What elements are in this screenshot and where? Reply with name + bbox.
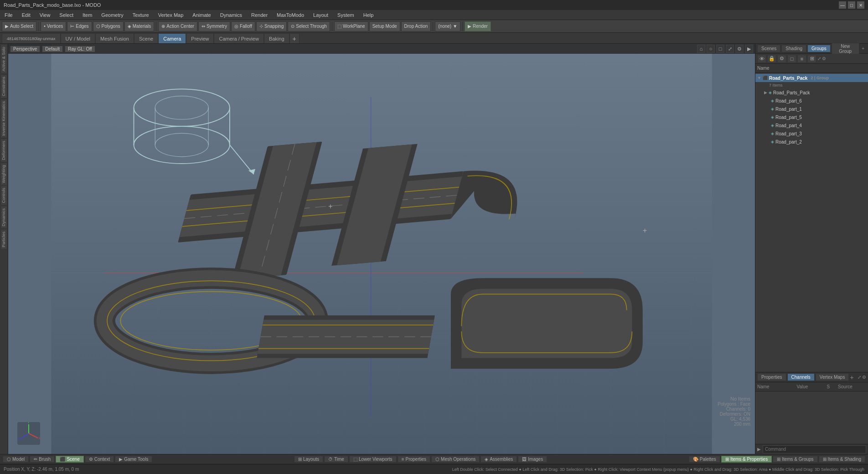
menu-layout[interactable]: Layout	[311, 11, 330, 19]
menu-render[interactable]: Render	[249, 11, 269, 19]
viewport-panel-icon[interactable]: ▶	[745, 45, 753, 53]
menu-maxtomode[interactable]: MaxToModo	[275, 11, 306, 19]
sidebar-tab-particles[interactable]: Particles	[0, 229, 7, 250]
menu-texture[interactable]: Texture	[131, 11, 151, 19]
panel-resize-expand-icon[interactable]: ⤢	[817, 56, 821, 61]
menu-view[interactable]: View	[38, 11, 52, 19]
viewport-maximize-icon[interactable]: ⤢	[726, 45, 734, 53]
menu-help[interactable]: Help	[362, 11, 376, 19]
btab-brush[interactable]: ✏ Brush	[30, 456, 55, 463]
tree-item-root-group[interactable]: ▼ ⬛ Road_Parts_Pack 2 | Group	[755, 74, 868, 82]
ray-gl-button[interactable]: Ray GL: Off	[65, 46, 95, 52]
tree-item-road-part-1[interactable]: ◈ Road_part_1	[755, 105, 868, 113]
action-center-button[interactable]: ⊕ Action Center	[158, 21, 197, 31]
menu-vertex-map[interactable]: Vertex Map	[156, 11, 186, 19]
tab-preview[interactable]: Preview	[186, 33, 214, 43]
groups-settings-icon[interactable]: ⚙	[777, 55, 786, 63]
btab-items-properties[interactable]: ⊞ Items & Properties	[721, 456, 772, 463]
prop-add-button[interactable]: +	[850, 374, 853, 381]
btab-mesh-ops[interactable]: ⬡ Mesh Operations	[431, 456, 480, 463]
tree-item-road-part-5[interactable]: ◈ Road_part_5	[755, 113, 868, 121]
tab-scene[interactable]: Scene	[134, 33, 158, 43]
workplane-button[interactable]: ⬚ WorkPlane	[334, 21, 368, 31]
tree-item-road-part-3[interactable]: ◈ Road_part_3	[755, 129, 868, 138]
channels-expand-icon[interactable]: ⤢	[858, 375, 861, 380]
btab-layouts[interactable]: ⊞ Layouts	[294, 456, 323, 463]
vertices-button[interactable]: • Vertices	[41, 21, 66, 31]
menu-file[interactable]: File	[3, 11, 15, 19]
menu-dynamics[interactable]: Dynamics	[218, 11, 244, 19]
edges-button[interactable]: ⊢ Edges	[67, 21, 92, 31]
none-dropdown-button[interactable]: (none) ▼	[435, 21, 460, 31]
tree-item-road-parts-pack[interactable]: ▶ ◈ Road_Parts_Pack	[755, 88, 868, 97]
groups-list-icon[interactable]: ≡	[797, 55, 806, 63]
setup-mode-button[interactable]: Setup Mode	[369, 21, 400, 31]
menu-item[interactable]: Item	[81, 11, 94, 19]
tree-item-road-part-6[interactable]: ◈ Road_part_6	[755, 97, 868, 105]
menu-animate[interactable]: Animate	[191, 11, 212, 19]
prop-tab-vertex-maps[interactable]: Vertex Maps	[816, 373, 849, 381]
viewport-settings-icon[interactable]: ⚙	[735, 45, 744, 53]
tree-item-road-part-4[interactable]: ◈ Road_part_4	[755, 121, 868, 129]
btab-items-groups[interactable]: ⊞ Items & Groups	[773, 456, 817, 463]
command-input[interactable]	[763, 445, 866, 453]
sidebar-tab-controls[interactable]: Controls	[0, 185, 7, 206]
tab-uv-model[interactable]: UV / Model	[61, 33, 95, 43]
default-button[interactable]: Default	[42, 46, 63, 52]
sidebar-tab-constrains[interactable]: Constrains	[0, 74, 7, 98]
scenes-tab[interactable]: Scenes	[757, 45, 780, 52]
materials-button[interactable]: ◈ Materials	[124, 21, 155, 31]
tab-add-button[interactable]: +	[289, 33, 300, 43]
btab-model[interactable]: ⬡ Model	[3, 456, 29, 463]
viewport[interactable]: + + Perspective Default Ray GL: Off ⌂ ○ …	[8, 44, 755, 454]
groups-grid-icon[interactable]: ⊞	[807, 55, 816, 63]
groups-eye-icon[interactable]: 👁	[757, 55, 766, 63]
tree-item-road-part-2[interactable]: ◈ Road_part_2	[755, 138, 868, 146]
btab-game-tools[interactable]: ▶ Game Tools	[115, 456, 152, 463]
btab-time[interactable]: ⏱ Time	[324, 456, 348, 463]
viewport-ortho-icon[interactable]: □	[716, 45, 724, 53]
select-through-button[interactable]: ⊙ Select Through	[288, 21, 330, 31]
sidebar-tab-deformers[interactable]: Deformers	[0, 139, 7, 162]
btab-palettes[interactable]: 🎨 Palettes	[689, 456, 720, 463]
auto-select-button[interactable]: ▶ Auto Select	[2, 21, 36, 31]
symmetry-button[interactable]: ⇔ Symmetry	[198, 21, 230, 31]
tab-camera-preview[interactable]: Camera / Preview	[214, 33, 264, 43]
prop-tab-properties[interactable]: Properties	[757, 373, 786, 381]
drop-action-button[interactable]: Drop Action	[401, 21, 431, 31]
tab-mesh-fusion[interactable]: Mesh Fusion	[95, 33, 134, 43]
menu-system[interactable]: System	[336, 11, 356, 19]
polygons-button[interactable]: ⬡ Polygons	[93, 21, 124, 31]
render-button[interactable]: ▶ Render	[465, 21, 491, 31]
maximize-button[interactable]: □	[848, 1, 855, 9]
sidebar-tab-dynamics[interactable]: Dynamics	[0, 206, 7, 229]
tab-baking[interactable]: Baking	[264, 33, 289, 43]
menu-select[interactable]: Select	[57, 11, 75, 19]
tab-unmax[interactable]: 4814678003180lay-unmax	[2, 33, 61, 43]
btab-items-shading[interactable]: ⊞ Items & Shading	[819, 456, 865, 463]
menu-geometry[interactable]: Geometry	[99, 11, 125, 19]
viewport-fit-icon[interactable]: ○	[707, 45, 715, 53]
sidebar-tab-weighting[interactable]: Weighting	[0, 163, 7, 185]
channels-settings-icon[interactable]: ⚙	[862, 375, 866, 380]
prop-tab-channels[interactable]: Channels	[787, 373, 815, 381]
btab-lower-viewports[interactable]: ⬚ Lower Viewports	[349, 456, 397, 463]
panel-expand-icon[interactable]: +	[860, 45, 866, 52]
btab-properties[interactable]: ≡ Properties	[398, 456, 430, 463]
shading-tab[interactable]: Shading	[781, 45, 806, 52]
tree-content[interactable]: ▼ ⬛ Road_Parts_Pack 2 | Group 7 Items ▶ …	[755, 73, 868, 372]
snapping-button[interactable]: ⊹ Snapping	[256, 21, 287, 31]
menu-edit[interactable]: Edit	[20, 11, 32, 19]
btab-context[interactable]: ⚙ Context	[85, 456, 114, 463]
viewport-home-icon[interactable]: ⌂	[697, 45, 705, 53]
panel-resize-settings-icon[interactable]: ⚙	[822, 56, 826, 61]
sidebar-tab-ik[interactable]: Inverse Kinematics	[0, 99, 7, 138]
btab-scene[interactable]: ⬛ Scene	[56, 456, 83, 463]
close-button[interactable]: ✕	[857, 1, 864, 9]
perspective-button[interactable]: Perspective	[10, 46, 40, 52]
groups-lock-icon[interactable]: 🔒	[767, 55, 776, 63]
sidebar-tab-active-solo[interactable]: Active & Solo	[0, 45, 7, 74]
new-group-button[interactable]: New Group	[832, 43, 859, 55]
minimize-button[interactable]: —	[839, 1, 846, 9]
btab-images[interactable]: 🖼 Images	[518, 456, 547, 463]
